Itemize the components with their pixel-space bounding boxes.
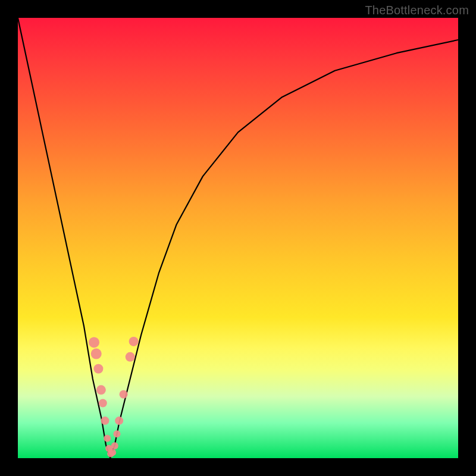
highlight-dot (99, 399, 107, 408)
highlight-dot (96, 385, 106, 394)
highlight-dot (101, 416, 109, 425)
highlight-dot (104, 435, 111, 442)
highlight-dot (129, 337, 139, 346)
plot-area (18, 18, 458, 458)
highlight-dot (115, 416, 123, 425)
highlight-dot (126, 352, 135, 362)
watermark-text: TheBottleneck.com (365, 4, 469, 17)
highlight-dot (109, 449, 116, 456)
highlight-dot (93, 364, 103, 374)
highlight-dot (91, 349, 102, 359)
highlight-dot (120, 390, 128, 399)
bottleneck-curve (18, 18, 458, 458)
chart-svg (18, 18, 458, 458)
highlight-dot (89, 337, 99, 347)
highlight-dot (114, 430, 121, 437)
chart-frame: TheBottleneck.com (0, 0, 476, 476)
highlight-dot (111, 442, 118, 449)
